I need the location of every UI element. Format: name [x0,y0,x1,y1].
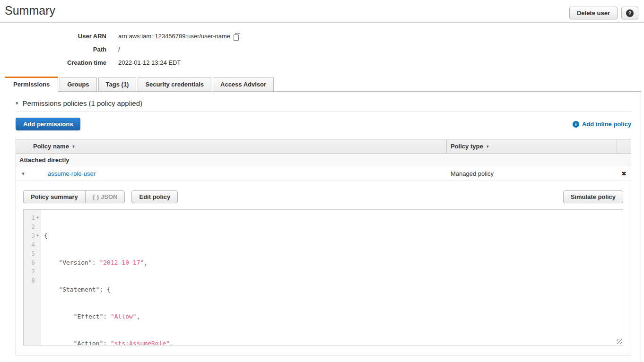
simulate-policy-button[interactable]: Simulate policy [563,190,623,203]
permissions-tab-panel: ▾ Permissions policies (1 policy applied… [5,91,641,362]
copy-icon[interactable] [235,33,240,39]
permissions-toolbar: Add permissions + Add inline policy [16,118,631,130]
policies-table-header: Policy name ▾ Policy type ▾ [16,139,631,154]
user-info: User ARN arn:aws:iam::123456789:user/use… [0,29,644,69]
policy-type-column-header[interactable]: Policy type ▾ [447,139,617,153]
help-button[interactable]: ? [621,7,638,19]
info-row-user-arn: User ARN arn:aws:iam::123456789:user/use… [0,29,644,43]
creation-time-value: 2022-01-12 13:24 EDT [118,59,181,66]
creation-time-label: Creation time [0,59,118,66]
caret-down-icon: ▾ [22,171,25,176]
tab-access-advisor[interactable]: Access Advisor [213,78,274,92]
path-value: / [118,46,120,53]
permissions-policies-title: Permissions policies (1 policy applied) [23,99,142,107]
info-row-creation-time: Creation time 2022-01-12 13:24 EDT [0,56,644,69]
add-inline-policy-label: Add inline policy [582,121,631,128]
add-inline-policy-link[interactable]: + Add inline policy [573,121,631,128]
tab-permissions[interactable]: Permissions [5,77,58,92]
policy-json-code[interactable]: { "Version": "2012-10-17", "Statement": … [41,210,623,345]
expander-column-header [16,139,30,153]
page-header: Summary Delete user ? [0,0,644,23]
user-arn-value: arn:aws:iam::123456789:user/user-name [118,33,230,40]
question-icon: ? [626,9,634,17]
path-label: Path [0,46,118,53]
policy-detail-toolbar: Policy summary { } JSON Edit policy Simu… [23,190,623,203]
page-title: Summary [5,4,55,17]
policy-name-link[interactable]: assume-role-user [48,170,96,177]
caret-down-icon: ▾ [16,101,18,106]
tab-groups[interactable]: Groups [60,78,96,92]
edit-policy-button[interactable]: Edit policy [131,190,178,203]
actions-column-header [617,139,631,153]
attached-directly-group-row: Attached directly [16,154,631,166]
delete-user-button[interactable]: Delete user [569,7,618,19]
policy-summary-button[interactable]: Policy summary [23,190,85,203]
policy-type-value: Managed policy [447,170,617,177]
editor-resize-handle[interactable] [617,339,622,344]
tab-security-credentials[interactable]: Security credentials [138,78,211,92]
sort-caret-icon: ▾ [72,144,75,149]
policy-name-column-header[interactable]: Policy name ▾ [30,139,447,153]
policy-table-row: ▾ assume-role-user Managed policy ✖ [16,166,631,181]
info-row-path: Path / [0,43,644,56]
plus-circle-icon: + [573,121,579,128]
policy-detail-panel: Policy summary { } JSON Edit policy Simu… [16,181,631,355]
attached-directly-label: Attached directly [16,156,69,164]
permissions-policies-section-toggle[interactable]: ▾ Permissions policies (1 policy applied… [16,99,631,107]
sort-caret-icon: ▾ [487,144,489,149]
policy-view-segmented-control: Policy summary { } JSON [23,190,125,203]
fold-caret-icon[interactable]: ▾ [35,231,40,240]
tab-tags[interactable]: Tags (1) [98,78,137,92]
tab-bar: Permissions Groups Tags (1) Security cre… [0,77,644,92]
header-actions: Delete user ? [569,7,638,19]
fold-caret-icon[interactable]: ▾ [35,213,40,222]
row-expand-toggle[interactable]: ▾ [16,171,30,176]
add-permissions-button[interactable]: Add permissions [16,118,80,130]
policies-table: Policy name ▾ Policy type ▾ Attached dir… [16,139,631,355]
user-arn-label: User ARN [0,33,118,40]
editor-line-number-gutter: 1▾ 2 3▾ 4 5 6 7 8 [24,210,41,345]
detach-policy-icon[interactable]: ✖ [621,170,627,177]
section-divider [16,112,631,112]
policy-json-editor[interactable]: 1▾ 2 3▾ 4 5 6 7 8 { "Version": "2012-10-… [23,209,623,345]
json-view-button[interactable]: { } JSON [85,190,125,203]
